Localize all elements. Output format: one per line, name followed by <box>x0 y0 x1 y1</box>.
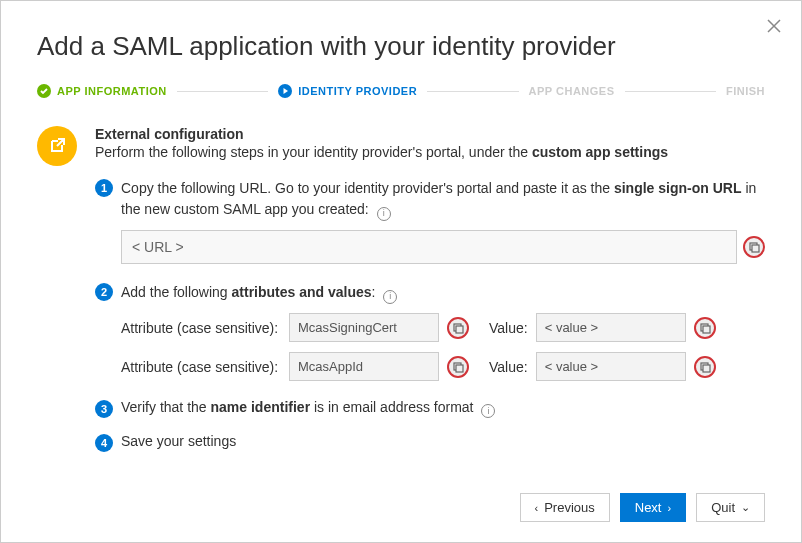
chevron-down-icon: ⌄ <box>741 501 750 514</box>
step-number-badge: 3 <box>95 400 113 418</box>
svg-rect-3 <box>752 245 759 252</box>
dialog-title: Add a SAML application with your identit… <box>37 31 765 62</box>
attribute-value-field: < value > <box>536 313 686 342</box>
saml-wizard-dialog: Add a SAML application with your identit… <box>0 0 802 543</box>
step-app-changes: APP CHANGES <box>529 85 615 97</box>
wizard-stepper: APP INFORMATION IDENTITY PROVIDER APP CH… <box>37 84 765 98</box>
section-title: External configuration <box>95 126 765 142</box>
attribute-name-field: McasSigningCert <box>289 313 439 342</box>
instruction-step-2: 2 Add the following attributes and value… <box>95 282 765 381</box>
instruction-step-3: 3 Verify that the name identifier is in … <box>95 399 765 417</box>
step-app-information: APP INFORMATION <box>37 84 167 98</box>
external-link-icon <box>37 126 77 166</box>
attribute-name-field: McasAppId <box>289 352 439 381</box>
step-label: APP INFORMATION <box>57 85 167 97</box>
step-label: APP CHANGES <box>529 85 615 97</box>
copy-url-button[interactable] <box>743 236 765 258</box>
copy-attribute-button[interactable] <box>447 356 469 378</box>
copy-value-button[interactable] <box>694 317 716 339</box>
copy-value-button[interactable] <box>694 356 716 378</box>
step-finish: FINISH <box>726 85 765 97</box>
value-label: Value: <box>489 359 528 375</box>
svg-rect-5 <box>456 326 463 333</box>
step-2-text: Add the following attributes and values:… <box>121 282 765 303</box>
attribute-label: Attribute (case sensitive): <box>121 359 281 375</box>
step-divider <box>625 91 716 92</box>
dialog-footer: ‹ Previous Next › Quit ⌄ <box>520 493 766 522</box>
step-1-text: Copy the following URL. Go to your ident… <box>121 178 765 220</box>
step-label: IDENTITY PROVIDER <box>298 85 417 97</box>
info-icon[interactable]: i <box>383 290 397 304</box>
value-label: Value: <box>489 320 528 336</box>
attribute-row: Attribute (case sensitive): McasAppId Va… <box>121 352 765 381</box>
copy-attribute-button[interactable] <box>447 317 469 339</box>
close-icon[interactable] <box>767 17 781 38</box>
section-description: Perform the following steps in your iden… <box>95 144 765 160</box>
attribute-row: Attribute (case sensitive): McasSigningC… <box>121 313 765 342</box>
step-divider <box>427 91 518 92</box>
external-config-section: External configuration Perform the follo… <box>37 126 765 451</box>
step-number-badge: 4 <box>95 434 113 452</box>
info-icon[interactable]: i <box>377 207 391 221</box>
svg-rect-11 <box>703 365 710 372</box>
step-number-badge: 2 <box>95 283 113 301</box>
step-label: FINISH <box>726 85 765 97</box>
info-icon[interactable]: i <box>481 404 495 418</box>
previous-button[interactable]: ‹ Previous <box>520 493 610 522</box>
chevron-left-icon: ‹ <box>535 502 539 514</box>
svg-rect-7 <box>703 326 710 333</box>
attribute-label: Attribute (case sensitive): <box>121 320 281 336</box>
step-divider <box>177 91 268 92</box>
next-button[interactable]: Next › <box>620 493 686 522</box>
instruction-step-4: 4 Save your settings <box>95 433 765 451</box>
instruction-step-1: 1 Copy the following URL. Go to your ide… <box>95 178 765 264</box>
quit-button[interactable]: Quit ⌄ <box>696 493 765 522</box>
play-icon <box>278 84 292 98</box>
chevron-right-icon: › <box>667 502 671 514</box>
check-icon <box>37 84 51 98</box>
sso-url-field: < URL > <box>121 230 737 264</box>
step-identity-provider: IDENTITY PROVIDER <box>278 84 417 98</box>
attribute-value-field: < value > <box>536 352 686 381</box>
step-4-text: Save your settings <box>121 433 236 449</box>
sso-url-value: < URL > <box>132 239 726 255</box>
step-3-text: Verify that the name identifier is in em… <box>121 399 495 416</box>
svg-rect-9 <box>456 365 463 372</box>
step-number-badge: 1 <box>95 179 113 197</box>
